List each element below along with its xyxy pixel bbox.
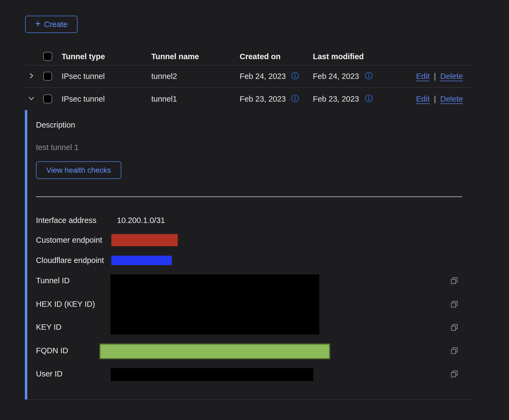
- tunnel-name-cell: tunnel2: [151, 72, 177, 81]
- copy-icon[interactable]: [450, 323, 459, 332]
- delete-link[interactable]: Delete: [440, 94, 463, 103]
- create-button-label: Create: [44, 20, 68, 29]
- field-label: Tunnel ID: [36, 275, 70, 286]
- info-icon[interactable]: [291, 94, 299, 104]
- redacted-value-user-id: [111, 368, 313, 381]
- plus-icon: +: [35, 19, 41, 29]
- redacted-value-fqdn-id: [99, 344, 330, 359]
- created-on-cell: Feb 24, 2023: [240, 72, 286, 81]
- copy-icon[interactable]: [450, 346, 459, 355]
- field-label: Customer endpoint: [36, 234, 102, 246]
- select-all-checkbox[interactable]: [43, 52, 52, 61]
- field-value: 10.200.1.0/31: [117, 215, 165, 226]
- action-separator: |: [434, 72, 436, 81]
- column-header-tunnel-name: Tunnel name: [151, 50, 199, 63]
- redacted-value-tunnel-ids: [110, 274, 319, 335]
- description-label: Description: [36, 119, 75, 131]
- tunnel-type-cell: IPsec tunnel: [62, 72, 105, 81]
- field-label: User ID: [36, 368, 62, 379]
- info-icon[interactable]: [365, 72, 373, 81]
- field-label: Cloudflare endpoint: [36, 255, 104, 266]
- expanded-row-accent-bar: [25, 110, 27, 399]
- table-row: IPsec tunnel tunnel1 Feb 23, 2023 Feb 23…: [0, 88, 509, 110]
- column-header-last-modified: Last modified: [313, 50, 364, 63]
- row-checkbox[interactable]: [43, 94, 52, 103]
- field-label: Interface address: [36, 215, 96, 226]
- create-button[interactable]: + Create: [25, 16, 78, 33]
- delete-link[interactable]: Delete: [440, 72, 463, 81]
- copy-icon[interactable]: [450, 276, 459, 285]
- last-modified-cell: Feb 23, 2023: [313, 94, 359, 103]
- panel-divider: [36, 196, 462, 197]
- redacted-value-customer-endpoint: [111, 234, 178, 246]
- tunnels-page: + Create Tunnel type Tunnel name Created…: [0, 0, 509, 420]
- created-on-cell: Feb 23, 2023: [240, 94, 286, 103]
- column-header-created-on: Created on: [240, 50, 280, 63]
- tunnel-name-cell: tunnel1: [151, 94, 177, 103]
- table-row: IPsec tunnel tunnel2 Feb 24, 2023 Feb 24…: [0, 65, 509, 87]
- expanded-row-bottom-divider: [25, 399, 472, 400]
- copy-icon[interactable]: [450, 300, 459, 309]
- field-label: HEX ID (KEY ID): [36, 298, 95, 310]
- tunnel-type-cell: IPsec tunnel: [62, 94, 105, 103]
- description-value: test tunnel 1: [36, 142, 79, 153]
- info-icon[interactable]: [365, 94, 373, 104]
- field-label: KEY ID: [36, 321, 62, 333]
- column-header-tunnel-type: Tunnel type: [62, 50, 105, 63]
- chevron-right-icon[interactable]: [28, 72, 35, 80]
- field-label: FQDN ID: [36, 345, 68, 356]
- edit-link[interactable]: Edit: [416, 72, 430, 81]
- chevron-down-icon[interactable]: [28, 95, 35, 103]
- row-checkbox[interactable]: [43, 72, 52, 81]
- action-separator: |: [434, 94, 436, 103]
- info-icon[interactable]: [291, 72, 299, 81]
- redacted-value-cloudflare-endpoint: [111, 256, 172, 265]
- copy-icon[interactable]: [450, 370, 459, 378]
- last-modified-cell: Feb 24, 2023: [313, 72, 359, 81]
- edit-link[interactable]: Edit: [416, 94, 430, 103]
- view-health-checks-button[interactable]: View health checks: [36, 161, 121, 179]
